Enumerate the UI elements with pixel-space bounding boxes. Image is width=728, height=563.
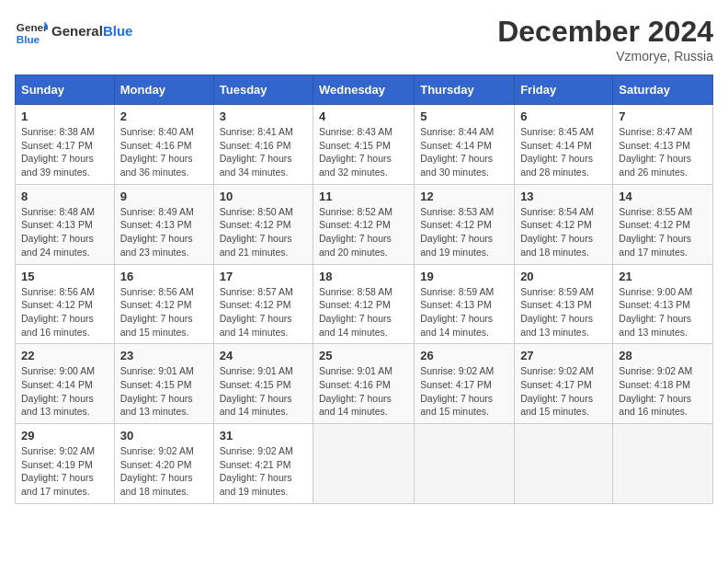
day-number: 16 [120,270,208,283]
calendar-cell: 30Sunrise: 9:02 AMSunset: 4:20 PMDayligh… [114,424,213,504]
sunrise-text: Sunrise: 8:41 AM [220,126,293,137]
day-number: 11 [319,190,408,203]
sunset-text: Sunset: 4:12 PM [319,299,391,310]
calendar-cell [415,424,515,504]
sunset-text: Sunset: 4:20 PM [120,459,192,470]
sunset-text: Sunset: 4:13 PM [420,299,492,310]
daylight-text: Daylight: 7 hours and 17 minutes. [619,233,691,258]
calendar-table: SundayMondayTuesdayWednesdayThursdayFrid… [15,75,713,504]
day-info: Sunrise: 9:02 AMSunset: 4:21 PMDaylight:… [220,444,307,499]
sunset-text: Sunset: 4:12 PM [319,219,391,230]
day-info: Sunrise: 8:38 AMSunset: 4:17 PMDaylight:… [21,125,108,179]
sunset-text: Sunset: 4:14 PM [420,140,492,151]
day-info: Sunrise: 9:01 AMSunset: 4:15 PMDaylight:… [120,364,208,419]
calendar-day-header: Sunday [16,75,115,105]
day-number: 13 [520,190,607,203]
day-number: 18 [319,270,408,283]
sunrise-text: Sunrise: 8:47 AM [619,126,692,137]
sunrise-text: Sunrise: 8:44 AM [420,126,494,137]
calendar-cell: 19Sunrise: 8:59 AMSunset: 4:13 PMDayligh… [415,264,515,344]
day-number: 27 [520,349,607,362]
sunrise-text: Sunrise: 8:56 AM [120,286,194,297]
calendar-cell: 29Sunrise: 9:02 AMSunset: 4:19 PMDayligh… [16,424,115,504]
calendar-cell: 24Sunrise: 9:01 AMSunset: 4:15 PMDayligh… [213,344,313,424]
calendar-day-header: Friday [515,75,613,105]
calendar-week-row: 8Sunrise: 8:48 AMSunset: 4:13 PMDaylight… [16,184,713,264]
sunset-text: Sunset: 4:12 PM [120,299,192,310]
daylight-text: Daylight: 7 hours and 15 minutes. [120,313,193,338]
page-header: General Blue GeneralBlue December 2024 V… [15,15,713,63]
calendar-cell: 14Sunrise: 8:55 AMSunset: 4:12 PMDayligh… [613,184,713,264]
calendar-cell: 13Sunrise: 8:54 AMSunset: 4:12 PMDayligh… [515,184,613,264]
sunrise-text: Sunrise: 9:02 AM [120,445,194,456]
sunrise-text: Sunrise: 9:01 AM [319,365,392,376]
calendar-cell: 6Sunrise: 8:45 AMSunset: 4:14 PMDaylight… [515,105,613,185]
day-number: 2 [120,109,208,123]
sunrise-text: Sunrise: 8:55 AM [619,206,692,217]
calendar-cell: 10Sunrise: 8:50 AMSunset: 4:12 PMDayligh… [213,184,313,264]
day-info: Sunrise: 8:50 AMSunset: 4:12 PMDaylight:… [220,205,307,259]
day-info: Sunrise: 8:59 AMSunset: 4:13 PMDaylight:… [420,285,508,339]
calendar-cell: 3Sunrise: 8:41 AMSunset: 4:16 PMDaylight… [213,105,313,185]
daylight-text: Daylight: 7 hours and 17 minutes. [21,472,94,497]
sunset-text: Sunset: 4:12 PM [220,219,291,230]
daylight-text: Daylight: 7 hours and 13 minutes. [619,313,691,338]
day-info: Sunrise: 9:02 AMSunset: 4:20 PMDaylight:… [120,444,208,499]
daylight-text: Daylight: 7 hours and 13 minutes. [120,393,193,418]
day-number: 15 [21,270,108,283]
sunset-text: Sunset: 4:16 PM [120,140,192,151]
sunset-text: Sunset: 4:12 PM [619,219,690,230]
sunrise-text: Sunrise: 9:02 AM [21,445,95,456]
calendar-day-header: Thursday [415,75,515,105]
sunset-text: Sunset: 4:15 PM [220,379,291,390]
calendar-cell: 8Sunrise: 8:48 AMSunset: 4:13 PMDaylight… [16,184,115,264]
calendar-cell: 4Sunrise: 8:43 AMSunset: 4:15 PMDaylight… [313,105,415,185]
daylight-text: Daylight: 7 hours and 39 minutes. [21,153,94,178]
day-info: Sunrise: 8:43 AMSunset: 4:15 PMDaylight:… [319,125,408,179]
day-number: 12 [420,190,508,203]
calendar-week-row: 29Sunrise: 9:02 AMSunset: 4:19 PMDayligh… [16,424,713,504]
day-number: 21 [619,270,707,283]
calendar-week-row: 15Sunrise: 8:56 AMSunset: 4:12 PMDayligh… [16,264,713,344]
day-number: 1 [21,109,108,123]
day-number: 31 [220,429,307,442]
day-number: 26 [420,349,508,362]
day-info: Sunrise: 8:41 AMSunset: 4:16 PMDaylight:… [220,125,307,179]
daylight-text: Daylight: 7 hours and 28 minutes. [520,153,593,178]
daylight-text: Daylight: 7 hours and 34 minutes. [220,153,292,178]
calendar-cell: 11Sunrise: 8:52 AMSunset: 4:12 PMDayligh… [313,184,415,264]
day-info: Sunrise: 8:45 AMSunset: 4:14 PMDaylight:… [520,125,607,179]
day-number: 30 [120,429,208,442]
sunrise-text: Sunrise: 9:00 AM [619,286,692,297]
sunset-text: Sunset: 4:17 PM [21,140,93,151]
sunrise-text: Sunrise: 8:45 AM [520,126,594,137]
day-number: 25 [319,349,408,362]
sunset-text: Sunset: 4:16 PM [220,140,291,151]
day-number: 17 [220,270,307,283]
calendar-week-row: 22Sunrise: 9:00 AMSunset: 4:14 PMDayligh… [16,344,713,424]
day-number: 8 [21,190,108,203]
daylight-text: Daylight: 7 hours and 36 minutes. [120,153,193,178]
day-number: 19 [420,270,508,283]
calendar-cell: 31Sunrise: 9:02 AMSunset: 4:21 PMDayligh… [213,424,313,504]
daylight-text: Daylight: 7 hours and 21 minutes. [220,233,292,258]
svg-text:General: General [17,21,48,33]
day-info: Sunrise: 9:02 AMSunset: 4:17 PMDaylight:… [420,364,508,419]
sunset-text: Sunset: 4:13 PM [120,219,192,230]
calendar-day-header: Tuesday [213,75,313,105]
sunrise-text: Sunrise: 8:56 AM [21,286,95,297]
sunset-text: Sunset: 4:14 PM [21,379,93,390]
calendar-cell: 23Sunrise: 9:01 AMSunset: 4:15 PMDayligh… [114,344,213,424]
calendar-cell [515,424,613,504]
calendar-cell: 15Sunrise: 8:56 AMSunset: 4:12 PMDayligh… [16,264,115,344]
sunset-text: Sunset: 4:15 PM [319,140,391,151]
calendar-day-header: Wednesday [313,75,415,105]
day-info: Sunrise: 8:47 AMSunset: 4:13 PMDaylight:… [619,125,707,179]
daylight-text: Daylight: 7 hours and 18 minutes. [520,233,593,258]
calendar-cell: 7Sunrise: 8:47 AMSunset: 4:13 PMDaylight… [613,105,713,185]
calendar-day-header: Saturday [613,75,713,105]
daylight-text: Daylight: 7 hours and 26 minutes. [619,153,691,178]
day-info: Sunrise: 8:44 AMSunset: 4:14 PMDaylight:… [420,125,508,179]
calendar-cell: 28Sunrise: 9:02 AMSunset: 4:18 PMDayligh… [613,344,713,424]
day-info: Sunrise: 9:00 AMSunset: 4:14 PMDaylight:… [21,364,108,419]
